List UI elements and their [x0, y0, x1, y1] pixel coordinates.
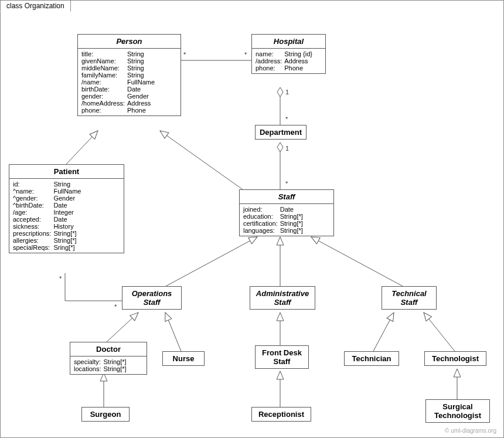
attr-cell: locations:: [74, 365, 103, 372]
attr-cell: String {id}: [284, 50, 315, 57]
attr-cell: String: [127, 64, 157, 72]
attr-cell: gender:: [81, 93, 127, 100]
attr-cell: /homeAddress:: [81, 100, 127, 107]
attr-cell: String[*]: [53, 237, 83, 244]
attr-cell: Gender: [127, 93, 157, 100]
class-staff: Staff joined:Dateeducation:String[*]cert…: [239, 189, 334, 236]
class-doctor: Doctor specialty:String[*]locations:Stri…: [70, 342, 147, 375]
class-attrs: joined:Dateeducation:String[*]certificat…: [240, 204, 333, 236]
class-patient: Patient id:String^name:FullName^gender:G…: [9, 164, 124, 253]
class-title: Front DeskStaff: [256, 346, 308, 368]
attr-cell: Phone: [127, 107, 157, 114]
class-title: Person: [78, 35, 181, 49]
attr-cell: String[*]: [103, 365, 128, 372]
attr-cell: phone:: [256, 64, 284, 72]
class-title: Technician: [345, 352, 399, 365]
attr-cell: String: [53, 181, 83, 188]
class-technician: Technician: [344, 351, 399, 366]
attr-cell: specialReqs:: [13, 244, 53, 251]
attr-cell: allergies:: [13, 237, 53, 244]
svg-line-8: [107, 313, 138, 342]
class-title: Nurse: [163, 352, 204, 365]
class-technical-staff: TechnicalStaff: [382, 286, 437, 310]
attr-cell: certification:: [243, 220, 280, 227]
class-administrative-staff: AdministrativeStaff: [250, 286, 315, 310]
attr-cell: Integer: [53, 209, 83, 216]
attr-cell: Address: [284, 57, 315, 64]
class-person: Person title:StringgivenName:Stringmiddl…: [77, 34, 181, 116]
attr-cell: birthDate:: [81, 86, 127, 93]
svg-line-3: [66, 131, 98, 164]
attr-cell: name:: [256, 50, 284, 57]
class-title: Patient: [9, 165, 124, 179]
svg-line-12: [424, 313, 455, 351]
class-title: TechnicalStaff: [382, 287, 436, 309]
svg-line-4: [160, 131, 249, 194]
attr-cell: familyName:: [81, 72, 127, 79]
class-nurse: Nurse: [162, 351, 205, 366]
attr-cell: Sring[*]: [53, 244, 83, 251]
class-title: Department: [256, 125, 306, 139]
svg-line-9: [165, 313, 181, 351]
class-title: SurgicalTechnologist: [426, 400, 489, 422]
attr-cell: specialty:: [74, 358, 103, 365]
attr-cell: String[*]: [53, 230, 83, 237]
attr-cell: accepted:: [13, 216, 53, 223]
attr-cell: History: [53, 223, 83, 230]
attr-cell: sickness:: [13, 223, 53, 230]
attr-cell: String[*]: [280, 213, 305, 220]
class-attrs: specialty:String[*]locations:String[*]: [70, 356, 147, 374]
class-attrs: id:String^name:FullName^gender:Gender^bi…: [9, 179, 124, 253]
frame-title: class Organization: [6, 2, 64, 10]
attr-cell: joined:: [243, 206, 280, 213]
attr-cell: Date: [53, 216, 83, 223]
attr-cell: String[*]: [280, 227, 305, 234]
class-title: Staff: [240, 190, 333, 204]
attr-cell: middleName:: [81, 64, 127, 72]
attr-cell: ^name:: [13, 188, 53, 195]
attr-cell: FullName: [53, 188, 83, 195]
attr-cell: Gender: [53, 195, 83, 202]
attr-cell: ^gender:: [13, 195, 53, 202]
class-surgeon: Surgeon: [81, 407, 130, 422]
attr-cell: Address: [127, 100, 157, 107]
attr-cell: Date: [53, 202, 83, 209]
svg-line-5: [166, 237, 257, 286]
class-title: Hospital: [252, 35, 325, 49]
class-operations-staff: OperationsStaff: [122, 286, 182, 310]
class-attrs: name:String {id}/address:Addressphone:Ph…: [252, 49, 325, 73]
attr-cell: /address:: [256, 57, 284, 64]
attr-cell: /age:: [13, 209, 53, 216]
attr-cell: /name:: [81, 79, 127, 86]
attr-cell: languages:: [243, 227, 280, 234]
attr-cell: phone:: [81, 107, 127, 114]
class-title: Surgeon: [82, 408, 129, 421]
class-title: Doctor: [70, 342, 147, 356]
attr-cell: String: [127, 57, 157, 64]
attr-cell: id:: [13, 181, 53, 188]
class-title: Receptionist: [252, 408, 311, 421]
attr-cell: title:: [81, 50, 127, 57]
class-attrs: title:StringgivenName:StringmiddleName:S…: [78, 49, 181, 116]
attr-cell: givenName:: [81, 57, 127, 64]
attr-cell: String[*]: [103, 358, 128, 365]
class-technologist: Technologist: [424, 351, 486, 366]
svg-line-11: [373, 313, 394, 351]
class-hospital: Hospital name:String {id}/address:Addres…: [251, 34, 326, 74]
class-receptionist: Receptionist: [251, 407, 311, 422]
attr-cell: education:: [243, 213, 280, 220]
class-department: Department: [255, 125, 307, 140]
class-front-desk-staff: Front DeskStaff: [255, 345, 309, 369]
attr-cell: prescriptions:: [13, 230, 53, 237]
class-title: OperationsStaff: [122, 287, 181, 309]
attr-cell: FullName: [127, 79, 157, 86]
class-title: Technologist: [425, 352, 486, 365]
attr-cell: String: [127, 50, 157, 57]
attr-cell: String: [127, 72, 157, 79]
class-surgical-technologist: SurgicalTechnologist: [425, 399, 490, 423]
attr-cell: ^birthDate:: [13, 202, 53, 209]
attr-cell: Date: [280, 206, 305, 213]
svg-line-7: [311, 237, 403, 286]
diagram-frame: class Organization: [0, 0, 504, 438]
attr-cell: Date: [127, 86, 157, 93]
